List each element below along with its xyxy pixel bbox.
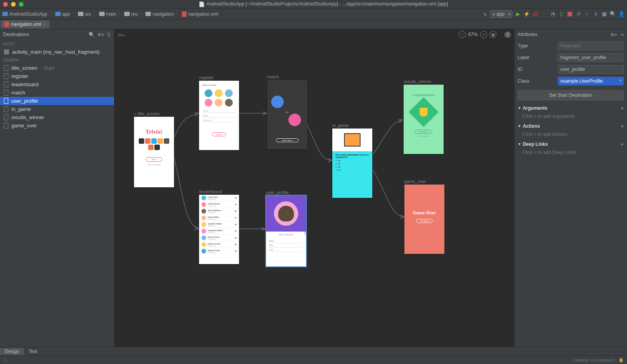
minimize-panel-icon[interactable]: ⇥ bbox=[620, 32, 624, 38]
new-destination-icon[interactable]: ▭₊ bbox=[118, 31, 125, 38]
attributes-title: Attributes bbox=[518, 32, 608, 37]
node-title-screen[interactable]: ⌂title_screen Trivia! PLAY LEADERBOARD bbox=[134, 111, 174, 187]
maximize-window-button[interactable] bbox=[19, 2, 24, 7]
dest-game-over[interactable]: game_over bbox=[0, 121, 114, 130]
zoom-in-button[interactable]: + bbox=[480, 31, 487, 38]
dest-register[interactable]: register bbox=[0, 72, 114, 80]
build-icon[interactable]: ↘ bbox=[482, 11, 488, 17]
sync-icon[interactable]: ↺ bbox=[575, 11, 582, 17]
sort-icon[interactable]: ⇅ bbox=[107, 32, 111, 38]
node-user-profile[interactable]: user_profile Ali Connors Rank-Won-Lost- bbox=[266, 190, 306, 266]
window-title-bar: AndroidStudioApp [~/AndroidStudioProject… bbox=[0, 0, 627, 9]
avd-icon[interactable]: ▫ bbox=[584, 11, 590, 17]
close-window-button[interactable] bbox=[3, 2, 8, 7]
zoom-level: 67% bbox=[468, 32, 478, 37]
debug-button[interactable]: 🐞 bbox=[532, 11, 538, 17]
zoom-out-button[interactable]: − bbox=[459, 31, 466, 38]
node-results-winner[interactable]: results_winner Congratulations! NEXT MAT… bbox=[404, 79, 444, 154]
attach-icon[interactable]: ▯ bbox=[558, 11, 564, 17]
settings-icon[interactable]: ✻▾ bbox=[610, 32, 617, 38]
graph-section-label: GRAPH bbox=[0, 56, 114, 64]
node-game-over[interactable]: game_over Game Over TRY AGAIN bbox=[404, 179, 444, 254]
set-start-destination-button[interactable]: Set Start Destination bbox=[518, 90, 624, 100]
breadcrumbs[interactable]: AndroidStudioApp〉 app〉 src〉 main〉 res〉 n… bbox=[2, 11, 218, 17]
node-leaderboard[interactable]: leaderboard Lucas Leon10 Matches76Olivia… bbox=[199, 189, 239, 264]
tab-navigation-xml[interactable]: navigation.xml × bbox=[0, 20, 50, 29]
destinations-panel: Destinations 🔍 ✻▾ ⇅ HOST activity_main (… bbox=[0, 29, 114, 347]
editor-tabs: navigation.xml × bbox=[0, 20, 627, 29]
stop-button[interactable] bbox=[567, 11, 573, 17]
zoom-fit-button[interactable]: ▣ bbox=[489, 31, 497, 38]
host-activity-item[interactable]: activity_main (my_nav_host_fragment) bbox=[0, 48, 114, 56]
home-icon: ⌂ bbox=[134, 112, 136, 116]
dest-title-screen[interactable]: title_screen - Start bbox=[0, 64, 114, 72]
label-input[interactable] bbox=[558, 53, 624, 62]
xml-file-icon bbox=[4, 22, 9, 27]
lock-icon[interactable]: 🔒 bbox=[618, 357, 624, 362]
dest-in-game[interactable]: in_game bbox=[0, 105, 114, 113]
add-argument-icon[interactable]: + bbox=[621, 105, 624, 111]
id-input[interactable] bbox=[558, 65, 624, 74]
profiler-icon[interactable]: ⫱ bbox=[541, 11, 547, 17]
host-section-label: HOST bbox=[0, 40, 114, 48]
tab-label: navigation.xml bbox=[11, 22, 41, 27]
node-register[interactable]: register Select an Avatar NameEmailPassw… bbox=[199, 75, 239, 150]
destinations-title: Destinations bbox=[3, 32, 86, 37]
run-button[interactable]: ▶ bbox=[515, 11, 521, 17]
dest-match[interactable]: match bbox=[0, 89, 114, 97]
status-bar: ▢ Context: <no context> 🔒 bbox=[0, 355, 627, 364]
sdk-icon[interactable]: ⬇ bbox=[593, 11, 599, 17]
context-label[interactable]: Context: <no context> bbox=[573, 358, 615, 362]
class-dropdown[interactable] bbox=[558, 77, 624, 85]
deeplinks-section[interactable]: ▼Deep Links+ bbox=[515, 139, 627, 149]
minimize-window-button[interactable] bbox=[11, 2, 16, 7]
node-in-game[interactable]: in_game How many kilometers are in a mar… bbox=[332, 123, 372, 198]
tool-window-icon[interactable]: ▢ bbox=[3, 357, 7, 362]
arguments-section[interactable]: ▼Arguments+ bbox=[515, 103, 627, 113]
search-icon[interactable]: 🔍 bbox=[89, 32, 95, 38]
profiler2-icon[interactable]: ◔ bbox=[549, 11, 556, 17]
navigation-canvas[interactable]: ▭₊ − 67% + ▣ ! bbox=[114, 29, 514, 347]
dest-results-winner[interactable]: results_winner bbox=[0, 113, 114, 121]
avatar-icon[interactable]: 👤 bbox=[618, 11, 625, 17]
apply-changes-icon[interactable]: ⚡ bbox=[524, 11, 530, 17]
main-toolbar: AndroidStudioApp〉 app〉 src〉 main〉 res〉 n… bbox=[0, 9, 627, 20]
structure-icon[interactable]: ▦ bbox=[601, 11, 607, 17]
search-icon[interactable]: 🔍 bbox=[610, 11, 616, 17]
design-tab[interactable]: Design bbox=[0, 348, 24, 355]
text-tab[interactable]: Text bbox=[24, 348, 42, 355]
add-deeplink-icon[interactable]: + bbox=[621, 141, 624, 147]
traffic-lights bbox=[3, 2, 24, 7]
node-match[interactable]: match vs START MATCH bbox=[267, 74, 307, 149]
dest-leaderboard[interactable]: leaderboard bbox=[0, 80, 114, 89]
close-tab-icon[interactable]: × bbox=[43, 22, 46, 27]
dest-user-profile[interactable]: user_profile bbox=[0, 97, 114, 105]
run-config-selector[interactable]: ▸ app bbox=[490, 10, 513, 18]
type-input bbox=[558, 42, 624, 50]
action-handle[interactable] bbox=[304, 232, 306, 235]
settings-icon[interactable]: ✻▾ bbox=[97, 32, 104, 38]
editor-mode-tabs: Design Text bbox=[0, 347, 627, 355]
attributes-panel: Attributes ✻▾ ⇥ Type Label ID Class Set … bbox=[514, 29, 627, 347]
actions-section[interactable]: ▼Actions+ bbox=[515, 121, 627, 131]
warnings-icon[interactable]: ! bbox=[504, 31, 511, 38]
window-title: AndroidStudioApp [~/AndroidStudioProject… bbox=[24, 1, 624, 7]
add-action-icon[interactable]: + bbox=[621, 123, 624, 129]
